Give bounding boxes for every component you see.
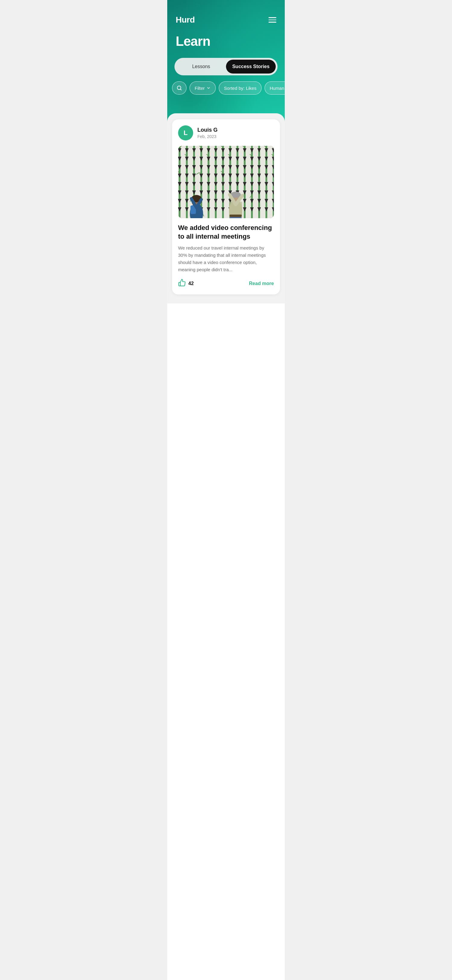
story-card: L Louis G Feb, 2023 bbox=[172, 119, 280, 294]
avatar: L bbox=[178, 126, 193, 140]
tab-switcher: Lessons Success Stories bbox=[175, 58, 277, 75]
content-area: L Louis G Feb, 2023 bbox=[167, 113, 285, 304]
hero-section: Hurd Learn Lessons Success Stories bbox=[167, 0, 285, 122]
app-logo: Hurd bbox=[176, 15, 195, 25]
card-title: We added video conferencing to all inter… bbox=[178, 224, 274, 241]
search-icon bbox=[177, 85, 182, 91]
page-title: Learn bbox=[167, 31, 285, 58]
like-section: 42 bbox=[178, 279, 194, 288]
nav-bar: Hurd bbox=[167, 0, 285, 31]
like-count: 42 bbox=[188, 281, 194, 286]
svg-line-1 bbox=[180, 89, 181, 90]
thumbs-up-icon[interactable] bbox=[178, 279, 186, 288]
tab-success-stories[interactable]: Success Stories bbox=[226, 60, 276, 73]
svg-rect-159 bbox=[230, 217, 242, 218]
sort-button[interactable]: Sorted by: Likes bbox=[219, 81, 261, 95]
chevron-down-icon bbox=[207, 86, 211, 90]
card-header: L Louis G Feb, 2023 bbox=[178, 126, 274, 140]
post-date: Feb, 2023 bbox=[197, 134, 218, 139]
category-button[interactable]: Human Resources bbox=[264, 81, 285, 95]
tab-lessons[interactable]: Lessons bbox=[176, 60, 226, 73]
card-meta: Louis G Feb, 2023 bbox=[197, 127, 218, 139]
read-more-button[interactable]: Read more bbox=[249, 281, 274, 286]
filter-button[interactable]: Filter bbox=[189, 81, 216, 95]
card-footer: 42 Read more bbox=[178, 279, 274, 288]
svg-rect-154 bbox=[230, 215, 242, 217]
filter-bar: Filter Sorted by: Likes Human Resources bbox=[167, 81, 285, 103]
card-excerpt: We reduced our travel internal meetings … bbox=[178, 244, 274, 273]
card-image bbox=[178, 146, 274, 218]
phone-screen: Hurd Learn Lessons Success Stories bbox=[167, 0, 285, 980]
hamburger-menu-button[interactable] bbox=[269, 17, 276, 22]
search-button[interactable] bbox=[172, 81, 186, 95]
author-name: Louis G bbox=[197, 127, 218, 133]
